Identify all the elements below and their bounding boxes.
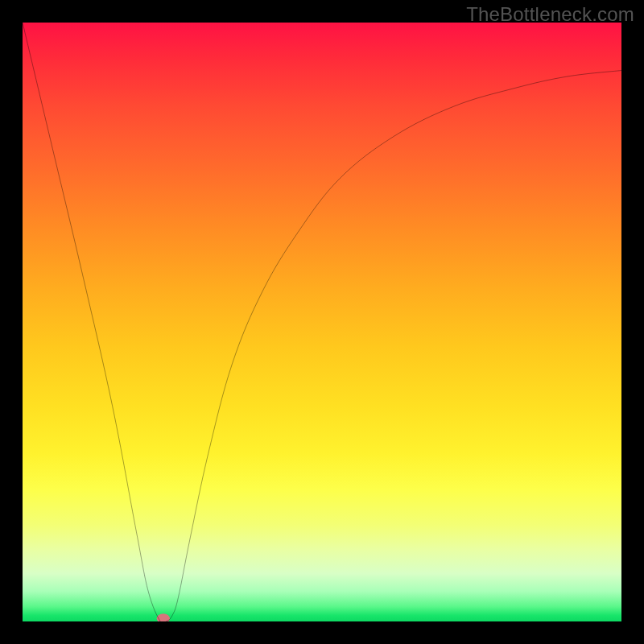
watermark-text: TheBottleneck.com bbox=[466, 3, 634, 26]
chart-frame: TheBottleneck.com bbox=[0, 0, 644, 644]
curve-line bbox=[23, 23, 621, 621]
marker-point bbox=[157, 613, 170, 621]
bottleneck-curve-plot bbox=[23, 23, 621, 621]
svg-point-0 bbox=[157, 613, 170, 621]
chart-background bbox=[23, 23, 621, 621]
